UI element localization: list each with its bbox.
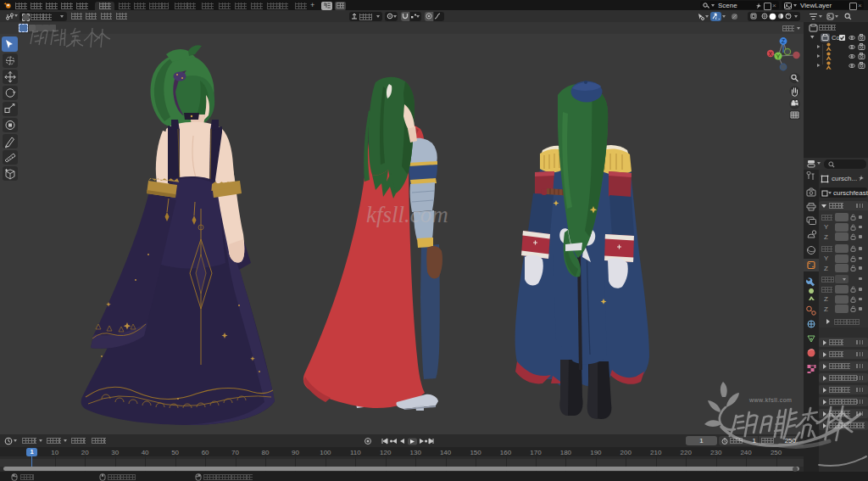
svg-text:www.kfsll.com: www.kfsll.com xyxy=(748,397,792,403)
svg-text:Z: Z xyxy=(782,38,785,44)
svg-text:Y: Y xyxy=(776,53,781,59)
svg-text:X: X xyxy=(769,51,773,57)
